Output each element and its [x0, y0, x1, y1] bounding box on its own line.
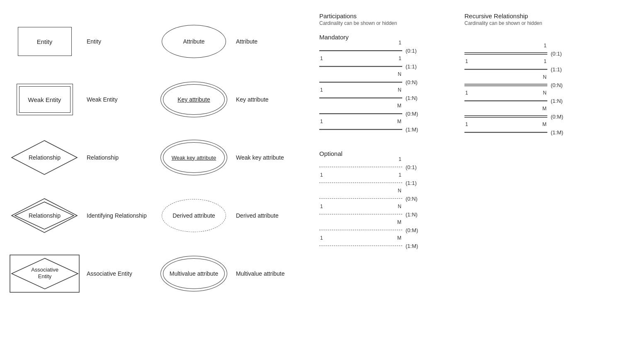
optional-0-1-line: 1 — [319, 162, 402, 172]
weak-key-attribute-shape-box: Weak key attribute — [158, 140, 230, 175]
weak-key-inner: Weak key attribute — [163, 142, 225, 173]
recursive-panel: Recursive Relationship Cardinality can b… — [464, 12, 593, 352]
weak-entity-shape-box: Weak Entity — [8, 84, 81, 115]
recursive-title: Recursive Relationship — [464, 12, 593, 19]
associative-entity-container: Associative Entity — [8, 251, 81, 296]
relationship-row: Relationship Relationship — [8, 129, 158, 187]
shapes-panel: Entity Entity Weak Entity Weak Entity — [8, 12, 307, 352]
relationship-label: Relationship — [87, 154, 120, 161]
weak-key-attribute-shape-text: Weak key attribute — [172, 155, 216, 161]
cardinality-1-1: (1:1) — [406, 63, 417, 70]
mandatory-1-1-line: 1 1 — [319, 61, 402, 71]
mandatory-0-1-line: 1 — [319, 46, 402, 56]
associative-entity-row: Associative Entity Associative Entity — [8, 245, 158, 303]
weak-entity-shape-text: Weak Entity — [28, 96, 61, 103]
mandatory-0-m-line: M — [319, 109, 402, 119]
line-number-left: 1 — [465, 121, 468, 127]
entity-shape-text: Entity — [37, 38, 53, 45]
recursive-0-1-line: 1 — [464, 49, 547, 58]
entity-shape-box: Entity — [8, 27, 81, 56]
line-number-right: 1 — [398, 156, 401, 162]
rec-cardinality-0-1: (0:1) — [551, 51, 562, 57]
identifying-relationship-shape-box: Relationship — [8, 197, 81, 234]
recursive-0-n-row: N (0:N) — [464, 80, 593, 90]
recursive-subtitle: Cardinality can be shown or hidden — [464, 20, 593, 26]
derived-attribute-row: Derived attribute Derived attribute — [158, 187, 307, 245]
rec-cardinality-0-m: (0:M) — [551, 114, 563, 120]
key-attribute-label: Key attribute — [236, 96, 269, 103]
participation-panel: Participations Cardinality can be shown … — [319, 12, 448, 352]
line-number-right: N — [398, 204, 401, 209]
mandatory-1-n-row: 1 N (1:N) — [319, 93, 448, 103]
line-number-right: 1 — [398, 40, 401, 46]
associative-entity-shape-box: Associative Entity — [8, 251, 81, 296]
mandatory-0-m-row: M (0:M) — [319, 109, 448, 119]
relationship-diamond: Relationship — [10, 139, 79, 176]
entity-label: Entity — [87, 38, 120, 45]
line-number-right: M — [397, 219, 401, 225]
dashed-line — [319, 230, 402, 231]
cardinality-0-m: (0:M) — [406, 111, 418, 117]
recursive-0-1-row: 1 (0:1) — [464, 49, 593, 58]
recursive-0-m-line: M — [464, 112, 547, 121]
optional-1-1-line: 1 1 — [319, 178, 402, 188]
mandatory-0-1-row: 1 (0:1) — [319, 46, 448, 56]
weak-key-outer: Weak key attribute — [160, 140, 227, 175]
page: Entity Entity Weak Entity Weak Entity — [0, 0, 622, 364]
identifying-relationship-row: Relationship Identifying Relationship — [8, 187, 158, 245]
optional-1-n-row: 1 N (1:N) — [319, 209, 448, 219]
solid-line — [319, 82, 402, 83]
optional-0-m-line: M — [319, 225, 402, 235]
recursive-double-line-m-svg — [464, 112, 547, 121]
optional-1-n-line: 1 N — [319, 209, 402, 219]
dashed-line — [319, 214, 402, 215]
recursive-0-m-row: M (0:M) — [464, 112, 593, 121]
optional-0-1-row: 1 (0:1) — [319, 162, 448, 172]
cardinality-1-n: (1:N) — [406, 95, 418, 101]
line-number-left: 1 — [320, 235, 323, 241]
shapes-col-right: Attribute Attribute Key attribute Key at… — [158, 12, 307, 352]
optional-0-m-row: M (0:M) — [319, 225, 448, 235]
opt-cardinality-1-1: (1:1) — [406, 180, 417, 186]
line-number-left: 1 — [320, 204, 323, 209]
optional-1-m-line: 1 M — [319, 241, 402, 251]
opt-cardinality-1-m: (1:M) — [406, 243, 418, 249]
line-number-right: N — [398, 71, 401, 77]
cardinality-0-n: (0:N) — [406, 79, 418, 85]
mandatory-0-n-row: N (0:N) — [319, 77, 448, 87]
opt-cardinality-0-m: (0:M) — [406, 227, 418, 233]
identifying-relationship-label: Identifying Relationship — [87, 212, 147, 219]
attribute-shape-box: Attribute — [158, 25, 230, 58]
recursive-1-1-line: 1 1 — [464, 64, 547, 74]
attribute-label: Attribute — [236, 38, 269, 45]
rec-cardinality-1-1: (1:1) — [551, 66, 562, 73]
solid-line — [464, 132, 547, 133]
attribute-ellipse: Attribute — [162, 25, 226, 58]
solid-line — [319, 66, 402, 67]
line-number-right: N — [543, 90, 547, 96]
line-number-left: 1 — [320, 172, 323, 178]
derived-attribute-shape-text: Derived attribute — [173, 212, 215, 219]
mandatory-1-1-row: 1 1 (1:1) — [319, 61, 448, 71]
associative-entity-label: Associative Entity — [87, 270, 132, 277]
optional-title: Optional — [319, 150, 448, 157]
rec-cardinality-1-m: (1:M) — [551, 129, 563, 136]
rec-cardinality-0-n: (0:N) — [551, 82, 563, 88]
optional-0-n-line: N — [319, 194, 402, 204]
opt-cardinality-0-1: (0:1) — [406, 164, 417, 170]
recursive-1-m-line: 1 M — [464, 127, 547, 137]
optional-1-m-row: 1 M (1:M) — [319, 241, 448, 251]
weak-entity-label: Weak Entity — [87, 96, 120, 103]
relationship-diamond-text: Relationship — [29, 154, 61, 161]
solid-line — [319, 129, 402, 130]
line-number-right: N — [543, 74, 547, 80]
derived-attribute-label: Derived attribute — [236, 212, 279, 219]
line-number-left: 1 — [320, 119, 323, 124]
participation-title: Participations — [319, 12, 448, 19]
cardinality-1-m: (1:M) — [406, 126, 418, 133]
mandatory-0-n-line: N — [319, 77, 402, 87]
line-number-right: M — [542, 121, 547, 127]
multivalue-attribute-row: Multivalue attribute Multivalue attribut… — [158, 245, 307, 303]
recursive-1-1-row: 1 1 (1:1) — [464, 64, 593, 74]
recursive-1-m-row: 1 M (1:M) — [464, 127, 593, 137]
